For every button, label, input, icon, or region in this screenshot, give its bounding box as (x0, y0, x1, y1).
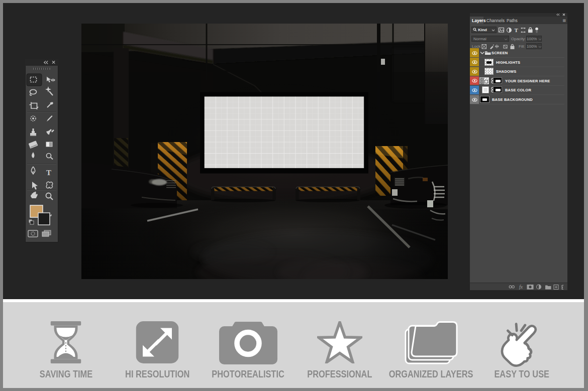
svg-text:T: T (515, 27, 519, 33)
svg-text:fx: fx (519, 284, 523, 290)
svg-text:T: T (46, 169, 51, 177)
